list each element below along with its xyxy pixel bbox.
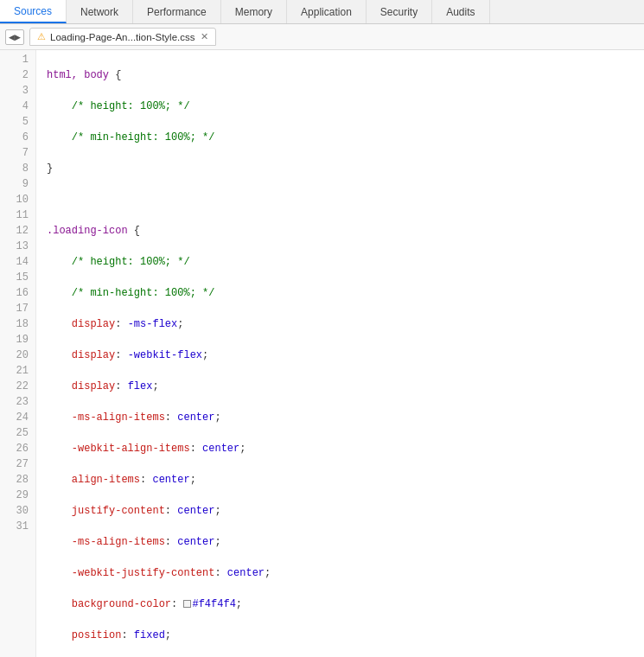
code-line-9: display: -ms-flex; (47, 316, 644, 332)
tab-performance[interactable]: Performance (133, 0, 221, 23)
secondary-toolbar: ◀▶ ⚠ Loading-Page-An...tion-Style.css ✕ (0, 24, 644, 50)
line-num-6: 6 (0, 130, 29, 145)
code-line-1: html, body { (47, 67, 644, 83)
tab-audits-label: Audits (446, 6, 475, 18)
tab-sources[interactable]: Sources (0, 0, 67, 23)
line-num-16: 16 (0, 285, 29, 301)
file-tab: ⚠ Loading-Page-An...tion-Style.css ✕ (29, 28, 216, 46)
tab-network[interactable]: Network (67, 0, 133, 23)
line-num-8: 8 (0, 161, 29, 176)
code-line-11: display: flex; (47, 379, 644, 394)
tab-audits[interactable]: Audits (432, 0, 489, 23)
line-num-30: 30 (0, 503, 29, 519)
line-num-23: 23 (0, 394, 29, 410)
line-numbers: 1 2 3 4 5 6 7 8 9 10 11 12 13 14 15 16 1… (0, 50, 36, 657)
line-num-5: 5 (0, 114, 29, 130)
tab-sources-label: Sources (14, 5, 52, 17)
code-line-8: /* min-height: 100%; */ (47, 285, 644, 301)
code-line-15: justify-content: center; (47, 503, 644, 519)
tab-memory[interactable]: Memory (221, 0, 287, 23)
code-line-10: display: -webkit-flex; (47, 348, 644, 363)
line-num-13: 13 (0, 239, 29, 254)
tab-network-label: Network (80, 6, 118, 18)
line-num-2: 2 (0, 67, 29, 83)
close-tab-button[interactable]: ✕ (201, 31, 208, 42)
code-line-18: background-color: #f4f4f4; (47, 596, 644, 612)
line-num-24: 24 (0, 410, 29, 425)
line-num-18: 18 (0, 316, 29, 332)
tab-application[interactable]: Application (287, 0, 367, 23)
file-tab-name: Loading-Page-An...tion-Style.css (50, 32, 194, 42)
code-editor: 1 2 3 4 5 6 7 8 9 10 11 12 13 14 15 16 1… (0, 50, 644, 657)
line-num-17: 17 (0, 301, 29, 316)
line-num-9: 9 (0, 176, 29, 192)
line-num-29: 29 (0, 488, 29, 503)
tab-performance-label: Performance (147, 6, 207, 18)
code-line-6: .loading-icon { (47, 223, 644, 239)
code-body[interactable]: html, body { /* height: 100%; */ /* min-… (36, 50, 644, 657)
code-line-14: align-items: center; (47, 472, 644, 488)
sidebar-toggle-button[interactable]: ◀▶ (5, 29, 24, 45)
warning-icon: ⚠ (37, 31, 46, 42)
line-num-11: 11 (0, 207, 29, 223)
top-navigation: Sources Network Performance Memory Appli… (0, 0, 644, 24)
line-num-31: 31 (0, 519, 29, 534)
line-num-14: 14 (0, 254, 29, 270)
line-num-7: 7 (0, 145, 29, 161)
tab-application-label: Application (301, 6, 352, 18)
line-num-22: 22 (0, 379, 29, 394)
code-line-5 (47, 192, 644, 207)
code-line-12: -ms-align-items: center; (47, 410, 644, 425)
line-num-15: 15 (0, 270, 29, 285)
sidebar-toggle-icon: ◀▶ (9, 33, 21, 41)
code-line-3: /* min-height: 100%; */ (47, 130, 644, 145)
line-num-3: 3 (0, 83, 29, 99)
line-num-26: 26 (0, 441, 29, 456)
line-num-21: 21 (0, 363, 29, 379)
line-num-1: 1 (0, 52, 29, 67)
tab-security[interactable]: Security (367, 0, 432, 23)
code-line-7: /* height: 100%; */ (47, 254, 644, 270)
line-num-27: 27 (0, 456, 29, 472)
code-line-19: position: fixed; (47, 628, 644, 643)
code-line-16: -ms-align-items: center; (47, 534, 644, 550)
code-line-17: -webkit-justify-content: center; (47, 565, 644, 581)
code-line-2: /* height: 100%; */ (47, 99, 644, 114)
line-num-28: 28 (0, 472, 29, 488)
line-num-12: 12 (0, 223, 29, 239)
line-num-19: 19 (0, 332, 29, 348)
tab-memory-label: Memory (235, 6, 272, 18)
color-swatch-f4f4f4[interactable] (183, 600, 191, 608)
line-num-4: 4 (0, 99, 29, 114)
code-line-13: -webkit-align-items: center; (47, 441, 644, 456)
tab-security-label: Security (380, 6, 418, 18)
line-num-20: 20 (0, 348, 29, 363)
line-num-10: 10 (0, 192, 29, 207)
line-num-25: 25 (0, 425, 29, 441)
code-line-4: } (47, 161, 644, 176)
